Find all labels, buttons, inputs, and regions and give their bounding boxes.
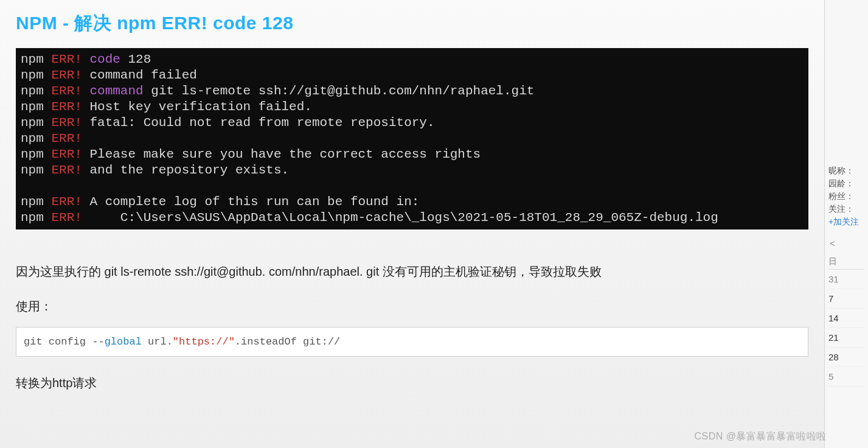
code-block: git config --global url."https://".inste…	[16, 327, 808, 357]
sidebar: 昵称： 园龄： 粉丝： 关注： +加关注 < 日 3171421285	[824, 0, 868, 448]
calendar-prev[interactable]: <	[828, 238, 864, 248]
calendar-header-sun: 日	[828, 256, 837, 267]
calendar-week: 7	[828, 289, 864, 309]
article-title: NPM - 解决 npm ERR! code 128	[16, 11, 808, 36]
calendar-week: 31	[828, 270, 864, 289]
age-label: 园龄：	[828, 178, 864, 189]
code-part: //	[328, 336, 340, 348]
code-string: "https://"	[173, 336, 235, 348]
add-follow-link[interactable]: +加关注	[828, 217, 864, 228]
watermark: CSDN @暴富暴富暴富啦啦啦	[694, 430, 827, 443]
use-label: 使用：	[16, 298, 808, 315]
fans-label: 粉丝：	[828, 191, 864, 202]
code-part: .insteadOf git:	[235, 336, 328, 348]
calendar-week: 5	[828, 367, 864, 387]
calendar-week: 21	[828, 328, 864, 348]
code-part: url.	[142, 336, 173, 348]
terminal-output: npm ERR! code 128 npm ERR! command faile…	[16, 48, 808, 229]
follow-label: 关注：	[828, 204, 864, 215]
convert-label: 转换为http请求	[16, 375, 808, 391]
code-part: git config --	[24, 336, 105, 348]
explanation-text: 因为这里执行的 git ls-remote ssh://git@github. …	[16, 264, 808, 280]
calendar-week: 28	[828, 348, 864, 367]
article-main: NPM - 解决 npm ERR! code 128 npm ERR! code…	[0, 0, 824, 448]
code-keyword: global	[105, 336, 142, 348]
nick-label: 昵称：	[828, 166, 864, 177]
calendar-week: 14	[828, 309, 864, 328]
calendar: 日 3171421285	[828, 256, 864, 387]
